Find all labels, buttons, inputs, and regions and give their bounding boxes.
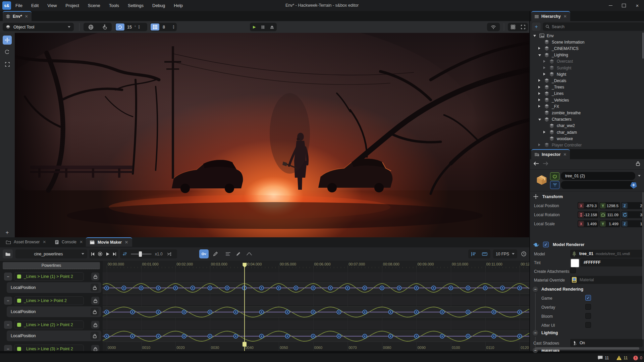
tree-expand-arrow[interactable] [543,66,545,69]
hierarchy-item[interactable]: Overcast [530,58,643,65]
enabled-toggle[interactable] [550,172,559,180]
grid-snap-button[interactable] [151,23,159,31]
tags-field[interactable] [561,181,635,189]
tree-expand-arrow[interactable] [538,92,540,95]
messages-status[interactable]: 11 [598,353,609,362]
close-tab-icon[interactable]: ✕ [125,240,128,245]
tree-expand-arrow[interactable] [533,35,536,37]
tab-console[interactable]: Console ✕ [51,237,87,247]
playhead-top-handle[interactable] [243,263,247,267]
lock-icon[interactable] [91,273,99,281]
collapse-icon[interactable]: − [533,287,538,292]
lock-icon[interactable] [91,297,99,305]
option-checkbox[interactable]: ✓ [585,295,591,301]
curve-editor-icon[interactable] [247,252,252,256]
close-tab-icon[interactable]: ✕ [563,152,567,157]
skip-end-icon[interactable] [113,252,116,256]
close-tab-icon[interactable]: ✕ [25,14,28,19]
hierarchy-item[interactable]: _Vehicles [530,97,643,103]
collapse-track-button[interactable]: − [4,321,12,329]
track-property-row[interactable]: LocalPosition [7,330,101,341]
track-group-row[interactable]: − _Lines > Line (3) > Point 2 [0,345,103,351]
rotation-snap-value[interactable]: 15 [127,25,132,29]
transform-y-field[interactable]: Y1.499 [599,220,620,227]
lock-icon[interactable] [91,321,99,329]
minimize-button[interactable] [604,0,617,11]
track-group-header[interactable]: Powerlines [3,262,100,269]
errors-status[interactable]: 0 [633,353,642,362]
clip-folder-button[interactable] [3,249,13,258]
orbit-tool-button[interactable] [3,48,12,57]
tree-expand-arrow[interactable] [538,143,540,146]
pointer-snap-icon[interactable] [103,24,107,29]
lock-icon[interactable] [91,332,99,340]
move-tool-button[interactable] [3,36,12,45]
back-arrow-icon[interactable] [533,161,539,166]
shuffle-icon[interactable] [167,252,171,256]
hierarchy-item[interactable]: _Decals [530,77,643,84]
close-button[interactable]: × [631,0,644,11]
model-renderer-header[interactable]: ✓ Model Renderer [533,242,584,247]
curve-lane[interactable] [103,330,529,342]
loop-icon[interactable] [122,252,127,256]
hierarchy-item[interactable]: Night [530,71,643,77]
layout-grid-icon[interactable] [511,25,515,29]
record-icon[interactable] [98,252,102,256]
hierarchy-item[interactable]: Player Controller [530,142,643,148]
track-target-field[interactable]: _Lines > Line > Point 2 [14,296,84,305]
tree-expand-arrow[interactable] [538,119,541,121]
menu-tools[interactable]: Tools [105,0,123,11]
network-button[interactable] [487,23,500,31]
track-group-row[interactable]: − _Lines > Line > Point 2 [0,296,103,305]
transform-z-field[interactable]: 3 [621,211,644,218]
hierarchy-item[interactable]: _CINEMATICS [530,45,643,52]
tree-expand-arrow[interactable] [543,73,545,75]
transform-header[interactable]: Transform [533,194,563,199]
slider-handle[interactable] [139,251,142,257]
model-field[interactable]: tree_01 models/tree_01.vmdl [570,250,643,258]
curve-lane[interactable] [103,306,529,318]
menu-scene[interactable]: Scene [84,0,105,11]
world-icon[interactable] [88,24,94,30]
tree-expand-arrow[interactable] [538,54,541,56]
collapse-icon[interactable]: − [533,330,538,336]
hierarchy-item[interactable]: zombie_breathe [530,110,643,116]
track-group-row[interactable]: − _Lines > Line (1) > Point 2 [0,272,103,281]
tool-select-dropdown[interactable]: Object Tool [3,23,74,31]
lock-icon[interactable] [91,345,99,351]
track-target-field[interactable]: _Lines > Line (3) > Point 2 [14,345,84,351]
tree-expand-arrow[interactable] [543,60,545,63]
playhead[interactable] [244,263,245,351]
inspector-hscrollbar[interactable] [535,347,639,350]
hierarchy-item[interactable]: char_adam [530,129,643,135]
inspector-scrollbar[interactable] [642,192,644,340]
play-icon[interactable]: ▶ [253,25,256,29]
playhead-bottom-handle[interactable] [243,342,247,347]
align-left-icon[interactable] [471,252,476,256]
grid-spinner[interactable]: ▲▼ [172,25,175,29]
dope-sheet-icon[interactable] [236,252,240,256]
menu-edit[interactable]: Edit [27,0,43,11]
transform-z-field[interactable]: Z1 [621,220,644,227]
hierarchy-item[interactable]: _Trees [530,84,643,90]
lock-icon[interactable] [91,308,99,316]
track-target-field[interactable]: _Lines > Line (1) > Point 2 [14,272,84,281]
tree-expand-arrow[interactable] [543,131,545,133]
close-tab-icon[interactable]: ✕ [564,14,567,19]
create-attachments-checkbox[interactable] [570,267,576,273]
close-tab-icon[interactable]: ✕ [43,240,46,244]
maximize-button[interactable] [617,0,631,11]
tree-expand-arrow[interactable] [538,105,540,108]
hierarchy-item[interactable]: Scene Information [530,39,643,45]
lock-icon[interactable] [91,284,99,292]
tag-add-icon[interactable] [629,181,638,190]
add-gameobject-button[interactable]: + [532,22,541,31]
collapse-track-button[interactable]: − [4,297,12,305]
fps-dropdown[interactable]: 10 FPS [493,249,517,258]
pause-icon[interactable] [262,25,264,29]
track-list-icon[interactable] [226,252,230,256]
transform-x-field[interactable]: X1.499 [578,220,598,227]
menu-settings[interactable]: Settings [123,0,148,11]
option-checkbox[interactable] [585,304,591,310]
tab-inspector[interactable]: Inspector ✕ [531,149,570,159]
